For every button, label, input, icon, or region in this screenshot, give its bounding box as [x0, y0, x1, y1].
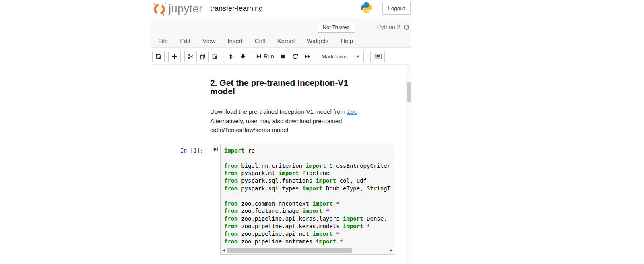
menu-view[interactable]: View [202, 37, 215, 44]
code-horizontal-scrollbar[interactable]: ◀ ▶ [221, 247, 394, 254]
menu-edit[interactable]: Edit [180, 37, 190, 44]
code-line: from zoo.pipeline.api.net import * [224, 230, 394, 238]
code-line: import re [224, 147, 394, 155]
markdown-paragraph: Download the pre-trained Inception-V1 mo… [210, 107, 364, 135]
code-line: from pyspark.ml import Pipeline [224, 169, 394, 177]
code-line: from zoo.feature.image import * [224, 207, 394, 215]
menu-band: Not Trusted Python 2 File Edit View Inse… [151, 19, 411, 48]
paste-icon [212, 53, 218, 60]
scroll-left-icon[interactable]: ◀ [222, 248, 225, 252]
menubar: File Edit View Insert Cell Kernel Widget… [151, 33, 411, 48]
chevron-down-icon: ▼ [356, 54, 360, 58]
menu-widgets[interactable]: Widgets [307, 37, 328, 44]
input-prompt: In [1]: [180, 147, 203, 154]
jupyter-logo[interactable]: jupyter [152, 1, 203, 16]
header: jupyter transfer-learning Logout [151, 0, 411, 19]
refresh-icon [292, 54, 298, 60]
markdown-heading: 2. Get the pre-trained Inception-V1 mode… [210, 78, 362, 95]
code-line: from pyspark.sql.functions import col, u… [224, 177, 394, 185]
arrow-up-icon [228, 54, 233, 59]
paragraph-text-after: Alternatively, user may also download pr… [210, 118, 342, 134]
stop-icon [281, 54, 286, 59]
move-cell-up-button[interactable] [225, 51, 237, 62]
cut-cells-button[interactable] [184, 51, 197, 62]
paste-cells-button[interactable] [208, 51, 221, 62]
restart-run-all-button[interactable] [301, 51, 314, 62]
trust-status-button[interactable]: Not Trusted [318, 22, 355, 33]
save-button[interactable] [152, 51, 165, 62]
menu-help[interactable]: Help [341, 37, 353, 44]
logout-button[interactable]: Logout [382, 2, 411, 15]
run-button-label: Run [264, 53, 274, 60]
kernel-idle-icon [404, 25, 409, 30]
notebook-scrollbar[interactable]: ▲ [406, 65, 411, 264]
cell-type-value: Markdown [322, 54, 347, 60]
copy-icon [200, 54, 206, 60]
menu-kernel[interactable]: Kernel [277, 37, 295, 44]
code-line: from zoo.pipeline.api.keras.layers impor… [224, 215, 394, 223]
menu-file[interactable]: File [158, 37, 168, 44]
save-icon [155, 54, 161, 60]
kernel-name: Python 2 [377, 24, 400, 30]
plus-icon [171, 54, 178, 60]
restart-kernel-button[interactable] [289, 51, 301, 62]
python-logo-icon [360, 2, 372, 16]
cell-run-icon[interactable] [213, 146, 218, 154]
scissors-icon [188, 54, 194, 60]
code-line: from zoo.pipeline.nnframes import * [224, 238, 394, 245]
step-forward-icon [256, 54, 262, 59]
arrow-down-icon [240, 54, 246, 59]
code-line [224, 155, 394, 162]
kernel-separator [374, 23, 374, 31]
code-cell: In [1]: import re from bigdl.nn.criterio… [151, 144, 406, 256]
jupyter-logo-icon [152, 1, 167, 16]
page: jupyter transfer-learning Logout Not Tru… [0, 0, 644, 264]
paragraph-text-before: Download the pre-trained Inception-V1 mo… [210, 108, 347, 115]
copy-cells-button[interactable] [196, 51, 209, 62]
menu-insert[interactable]: Insert [227, 37, 243, 44]
code-input-box: import re from bigdl.nn.criterion import… [220, 144, 394, 255]
code-line: from zoo.common.nncontext import * [224, 200, 394, 208]
vertical-scroll-thumb[interactable] [407, 82, 411, 102]
code-line: from zoo.pipeline.api.keras.models impor… [224, 223, 394, 230]
add-cell-button[interactable] [168, 51, 181, 62]
notebook-area: 2. Get the pre-trained Inception-V1 mode… [151, 65, 406, 264]
kernel-indicator-row: Not Trusted Python 2 [318, 21, 411, 33]
horizontal-scroll-thumb[interactable] [227, 248, 352, 253]
keyboard-shortcuts-button[interactable] [370, 51, 385, 62]
run-button[interactable]: Run [253, 51, 277, 62]
code-line: from bigdl.nn.criterion import CrossEntr… [224, 162, 394, 170]
zoo-link[interactable]: Zoo [347, 108, 357, 115]
code-line: from pyspark.sql.types import DoubleType… [224, 185, 394, 192]
interrupt-kernel-button[interactable] [277, 51, 289, 62]
keyboard-icon [374, 54, 382, 59]
fast-forward-icon [304, 54, 311, 59]
scroll-up-icon[interactable]: ▲ [407, 66, 411, 69]
code-line [224, 192, 394, 200]
toolbar: Run [151, 48, 411, 65]
cell-type-select[interactable]: Markdown ▼ [318, 51, 364, 62]
notebook-title[interactable]: transfer-learning [210, 4, 263, 13]
jupyter-app: jupyter transfer-learning Logout Not Tru… [151, 0, 411, 264]
scroll-right-icon[interactable]: ▶ [390, 248, 392, 252]
menu-cell[interactable]: Cell [255, 37, 265, 44]
code-editor[interactable]: import re from bigdl.nn.criterion import… [224, 147, 394, 245]
move-cell-down-button[interactable] [237, 51, 249, 62]
jupyter-logo-text: jupyter [169, 3, 203, 15]
